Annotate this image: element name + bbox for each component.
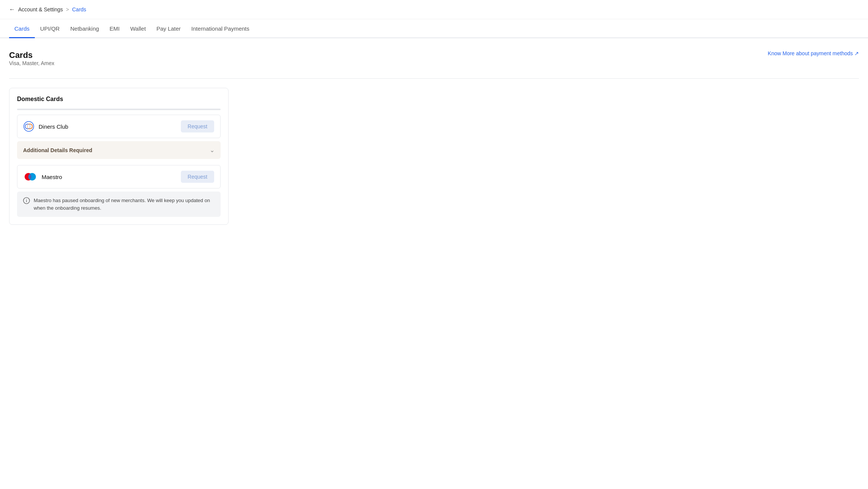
breadcrumb-parent[interactable]: Account & Settings — [18, 6, 63, 12]
tab-cards[interactable]: Cards — [9, 19, 35, 38]
external-link-icon: ↗ — [854, 50, 859, 56]
additional-details-label: Additional Details Required — [23, 147, 92, 153]
maestro-left: Maestro — [23, 172, 62, 181]
page-title: Cards — [9, 50, 54, 60]
diners-club-item: Diners Club Request — [17, 115, 221, 138]
maestro-request-button[interactable]: Request — [181, 171, 214, 183]
maestro-item: Maestro Request — [17, 165, 221, 188]
section-divider — [9, 78, 859, 79]
domestic-cards-panel: Domestic Cards Diners Club — [9, 88, 229, 225]
diners-club-icon — [23, 121, 34, 132]
maestro-info-text: Maestro has paused onboarding of new mer… — [34, 197, 215, 212]
main-content: Cards Visa, Master, Amex Know More about… — [0, 38, 868, 237]
page-subtitle: Visa, Master, Amex — [9, 60, 54, 66]
tab-international-payments[interactable]: International Payments — [186, 19, 255, 38]
know-more-label: Know More about payment methods — [768, 50, 853, 56]
diners-club-name: Diners Club — [39, 123, 68, 130]
domestic-cards-title: Domestic Cards — [17, 96, 221, 103]
svg-rect-7 — [26, 200, 26, 202]
page-title-block: Cards Visa, Master, Amex — [9, 50, 54, 75]
breadcrumb-separator: > — [66, 6, 69, 12]
svg-point-8 — [26, 199, 27, 200]
back-button[interactable]: ← — [9, 6, 15, 13]
diners-club-request-button[interactable]: Request — [181, 120, 214, 132]
know-more-link[interactable]: Know More about payment methods ↗ — [768, 50, 859, 56]
tab-upi[interactable]: UPI/QR — [35, 19, 65, 38]
maestro-info-box: Maestro has paused onboarding of new mer… — [17, 192, 221, 217]
info-icon — [23, 197, 30, 204]
tab-emi[interactable]: EMI — [104, 19, 125, 38]
method-list: Diners Club Request Additional Details R… — [17, 115, 221, 217]
breadcrumb: ← Account & Settings > Cards — [0, 0, 868, 19]
tab-wallet[interactable]: Wallet — [125, 19, 151, 38]
chevron-down-icon: ⌄ — [210, 146, 215, 154]
diners-club-left: Diners Club — [23, 121, 68, 132]
maestro-name: Maestro — [42, 174, 62, 180]
tab-paylater[interactable]: Pay Later — [151, 19, 186, 38]
tab-netbanking[interactable]: Netbanking — [65, 19, 104, 38]
tabs-bar: Cards UPI/QR Netbanking EMI Wallet Pay L… — [0, 19, 868, 38]
breadcrumb-current: Cards — [72, 6, 86, 12]
page-header: Cards Visa, Master, Amex Know More about… — [9, 50, 859, 75]
additional-details-row[interactable]: Additional Details Required ⌄ — [17, 141, 221, 159]
maestro-icon — [23, 172, 37, 181]
scroll-hint — [17, 109, 221, 110]
